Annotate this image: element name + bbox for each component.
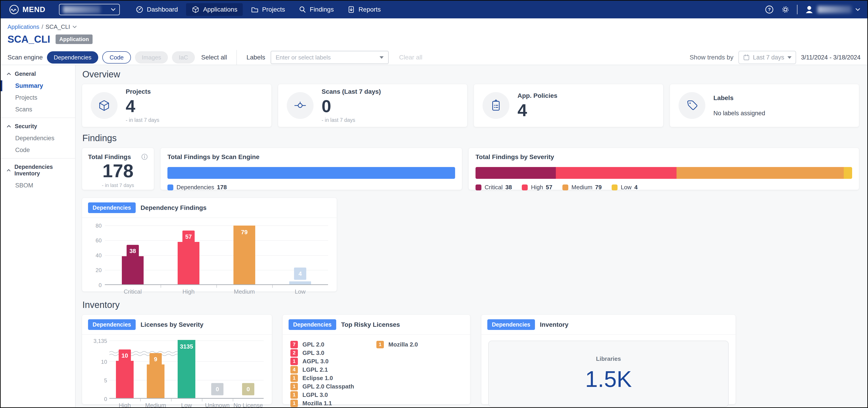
sidebar-section-dependencies-inventory[interactable]: Dependencies Inventory <box>1 161 75 180</box>
mend-logo[interactable]: MEND <box>9 4 45 15</box>
top-navigation-bar: MEND Dashboard Applications <box>1 1 867 19</box>
gridline <box>105 225 328 226</box>
nav-item-dashboard[interactable]: Dashboard <box>130 3 183 16</box>
breadcrumb-applications-link[interactable]: Applications <box>7 23 39 30</box>
license-name: GPL 3.0 <box>302 349 324 356</box>
dropdown-caret-icon <box>379 56 384 59</box>
nav-label: Dashboard <box>147 6 178 13</box>
severity-segment-high <box>556 167 677 179</box>
overview-heading: Overview <box>82 69 859 80</box>
sidebar-section-general[interactable]: General <box>1 68 75 80</box>
bar-value-label: 79 <box>238 226 250 238</box>
sidebar-item-dependencies[interactable]: Dependencies <box>1 132 75 144</box>
findings-cards-row: Total Findings 178 - in last 7 days Tota… <box>82 148 859 190</box>
calendar-icon <box>743 54 750 61</box>
labels-select-input[interactable]: Enter or select labels <box>271 51 389 64</box>
risky-licenses-column-1: 7GPL 2.02GPL 3.01AGPL 3.04LGPL 2.11Eclip… <box>290 341 376 408</box>
card-title: Projects <box>126 88 159 95</box>
plot-area: 38 57 79 4 <box>105 225 328 285</box>
y-tick-label: 20 <box>89 267 102 274</box>
settings-gear-icon[interactable] <box>781 5 790 14</box>
sidebar-item-summary[interactable]: Summary <box>1 80 75 92</box>
legend-label: Dependencies <box>177 184 214 191</box>
organization-selector[interactable] <box>59 4 120 15</box>
card-title: Total Findings by Scan Engine <box>167 153 455 161</box>
trend-range-dropdown[interactable]: Last 7 days <box>739 51 796 64</box>
reports-document-icon <box>347 6 355 13</box>
sidebar-item-scans[interactable]: Scans <box>1 103 75 115</box>
help-icon[interactable]: ? <box>765 5 774 14</box>
trend-range-value: Last 7 days <box>753 54 784 61</box>
nav-item-applications[interactable]: Applications <box>186 3 243 16</box>
top-risky-licenses-card: Dependencies Top Risky Licenses 7GPL 2.0… <box>282 315 470 404</box>
user-menu[interactable] <box>804 4 861 14</box>
legend-color-chip <box>167 185 173 190</box>
app-policies-icon-circle <box>483 92 509 119</box>
title-row: SCA_CLI Application <box>7 34 861 45</box>
bar-value-label: 38 <box>127 245 139 257</box>
select-all-button[interactable]: Select all <box>201 54 227 61</box>
x-tick <box>171 399 172 401</box>
bar-fill <box>178 242 199 284</box>
x-tick <box>233 399 233 401</box>
license-count-badge: 1 <box>290 400 298 407</box>
scan-engine-pill-dependencies[interactable]: Dependencies <box>47 51 98 64</box>
license-name: LGPL 2.1 <box>302 366 328 373</box>
clipboard-icon <box>489 99 502 112</box>
sidebar-section-label: Security <box>15 123 37 130</box>
scan-engine-pill-images: Images <box>135 51 168 64</box>
info-icon[interactable] <box>141 153 148 160</box>
gridline <box>105 240 328 241</box>
findings-by-scan-engine-card: Total Findings by Scan Engine Dependenci… <box>160 148 462 190</box>
license-name: Mozilla 2.0 <box>389 341 418 348</box>
main-content: Overview Projects 4 - in last 7 days <box>75 65 867 408</box>
risky-license-row: 2GPL 3.0 <box>290 349 376 357</box>
labels-icon-circle <box>679 92 705 119</box>
dropdown-caret-icon <box>787 56 792 59</box>
sidebar-section-security[interactable]: Security <box>1 120 75 132</box>
scan-engine-pill-code[interactable]: Code <box>102 51 131 64</box>
nav-item-findings[interactable]: Findings <box>293 3 339 16</box>
clear-all-button[interactable]: Clear all <box>399 54 423 61</box>
brand-name: MEND <box>23 5 45 14</box>
bar-value-label: 0 <box>242 383 254 395</box>
license-count-badge: 1 <box>290 357 298 365</box>
nav-divider <box>797 5 798 14</box>
license-count-badge: 2 <box>290 349 298 357</box>
scan-engine-label: Scan engine <box>7 54 43 61</box>
legend-item-medium: Medium 79 <box>562 184 602 191</box>
legend-item-dependencies: Dependencies 178 <box>167 184 227 191</box>
organization-name-redacted <box>63 6 100 13</box>
total-findings-subtitle: - in last 7 days <box>88 183 148 188</box>
licenses-by-severity-chart: 0 5 10 3,135 10 <box>89 341 265 408</box>
risky-licenses-column-2: 1Mozilla 2.0 <box>376 341 462 408</box>
x-tick <box>216 285 217 288</box>
legend-color-chip <box>612 185 618 190</box>
license-count-badge: 7 <box>290 341 298 348</box>
dependency-findings-chart: 0 20 40 60 80 38 <box>89 225 330 296</box>
sidebar-item-projects[interactable]: Projects <box>1 92 75 103</box>
card-value: 0 <box>322 98 381 115</box>
nav-item-projects[interactable]: Projects <box>245 3 290 16</box>
nav-label: Applications <box>203 6 237 13</box>
breadcrumb: Applications / SCA_CLI <box>7 23 861 30</box>
card-title: Dependency Findings <box>141 204 207 212</box>
card-title: App. Policies <box>518 92 557 99</box>
sidebar-section-label: Dependencies Inventory <box>14 164 75 177</box>
scan-node-icon <box>293 99 307 112</box>
overview-card-labels: Labels No labels assigned <box>670 84 859 127</box>
chevron-down-icon[interactable] <box>72 25 77 29</box>
licenses-by-severity-card: Dependencies Licenses by Severity 0 5 10… <box>82 315 272 404</box>
sidebar-item-sbom[interactable]: SBOM <box>1 180 75 191</box>
filters-divider <box>237 50 237 65</box>
tag-icon <box>685 99 699 112</box>
risky-license-row: 1AGPL 3.0 <box>290 357 376 365</box>
nav-item-reports[interactable]: Reports <box>342 3 386 16</box>
chevron-down-icon <box>855 8 861 11</box>
nav-label: Findings <box>310 6 334 13</box>
license-name: Eclipse 1.0 <box>302 375 333 382</box>
severity-stacked-bar <box>475 167 852 179</box>
risky-license-row: 7GPL 2.0 <box>290 341 376 348</box>
y-tick-label: 0 <box>89 282 102 288</box>
sidebar-item-code[interactable]: Code <box>1 144 75 156</box>
